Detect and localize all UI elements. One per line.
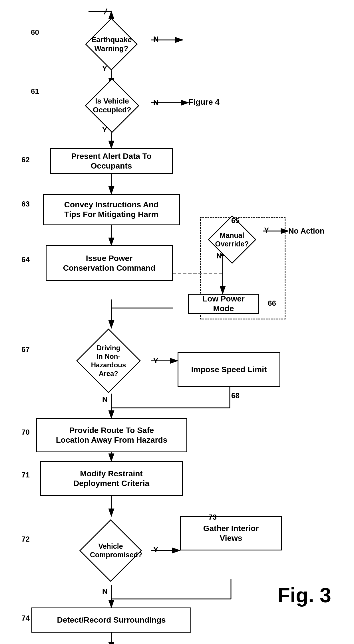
figure4-label: Figure 4	[188, 98, 220, 107]
manual-override-label: Manual Override?	[214, 231, 251, 248]
label-68: 68	[231, 391, 240, 400]
y-label-vehicle-comp: Y	[153, 545, 158, 554]
label-60: 60	[31, 28, 39, 37]
label-62: 62	[21, 155, 30, 164]
earthquake-warning-diamond: Earthquake Warning?	[71, 23, 151, 66]
modify-restraint-label: Modify Restraint Deployment Criteria	[73, 469, 149, 488]
label-72: 72	[21, 535, 30, 544]
svg-line-4	[104, 9, 107, 14]
driving-label: Driving In Non- Hazardous Area?	[88, 344, 129, 378]
convey-instructions-label: Convey Instructions And Tips For Mitigat…	[64, 200, 158, 219]
provide-route-node: Provide Route To Safe Location Away From…	[36, 418, 187, 452]
issue-power-label: Issue Power Conservation Command	[63, 254, 156, 273]
fig-label: Fig. 3	[277, 584, 331, 607]
y-label-driving: Y	[153, 357, 158, 365]
impose-speed-limit-node: Impose Speed Limit	[178, 352, 280, 387]
arrows-svg	[0, 0, 354, 644]
gather-interior-node: Gather Interior Views	[180, 516, 282, 550]
vehicle-compromised-label: Vehicle Compromised?	[90, 542, 131, 559]
convey-instructions-node: Convey Instructions And Tips For Mitigat…	[43, 194, 180, 225]
label-64: 64	[21, 255, 30, 264]
y-label-earthquake: Y	[102, 64, 107, 73]
label-63: 63	[21, 200, 30, 208]
n-label-earthquake: N	[153, 35, 159, 44]
issue-power-node: Issue Power Conservation Command	[46, 245, 173, 281]
label-65: 65	[231, 216, 240, 225]
detect-record-node: Detect/Record Surroundings	[31, 607, 191, 633]
modify-restraint-node: Modify Restraint Deployment Criteria	[40, 461, 183, 496]
present-alert-label: Present Alert Data To Occupants	[71, 151, 152, 171]
vehicle-occupied-diamond: Is Vehicle Occupied?	[71, 83, 153, 128]
driving-diamond: Driving In Non- Hazardous Area?	[66, 328, 151, 394]
n-label-vehicle-comp: N	[102, 587, 108, 596]
low-power-mode-node: Low Power Mode	[188, 294, 259, 314]
label-73: 73	[208, 513, 217, 522]
gather-interior-label: Gather Interior Views	[203, 524, 259, 543]
label-74: 74	[21, 614, 30, 623]
n-label-manual: N	[216, 252, 222, 260]
diagram-container: Earthquake Warning? 60 N Y Is Vehicle Oc…	[0, 0, 354, 644]
earthquake-warning-label: Earthquake Warning?	[91, 35, 131, 53]
low-power-mode-label: Low Power Mode	[193, 294, 254, 313]
n-label-driving: N	[102, 395, 108, 404]
label-70: 70	[21, 428, 30, 437]
vehicle-occupied-label: Is Vehicle Occupied?	[91, 97, 133, 114]
vehicle-compromised-diamond: Vehicle Compromised?	[69, 516, 153, 585]
label-71: 71	[21, 471, 30, 479]
y-label-manual: Y	[264, 226, 269, 235]
y-label-vehicle: Y	[102, 125, 107, 134]
provide-route-label: Provide Route To Safe Location Away From…	[56, 426, 168, 445]
label-66: 66	[268, 299, 276, 308]
n-label-vehicle: N	[153, 98, 159, 107]
detect-record-label: Detect/Record Surroundings	[57, 615, 166, 625]
impose-speed-label: Impose Speed Limit	[191, 365, 267, 374]
present-alert-node: Present Alert Data To Occupants	[50, 148, 173, 174]
no-action-label: No Action	[288, 227, 324, 236]
label-67: 67	[21, 345, 30, 354]
label-61: 61	[31, 87, 39, 96]
